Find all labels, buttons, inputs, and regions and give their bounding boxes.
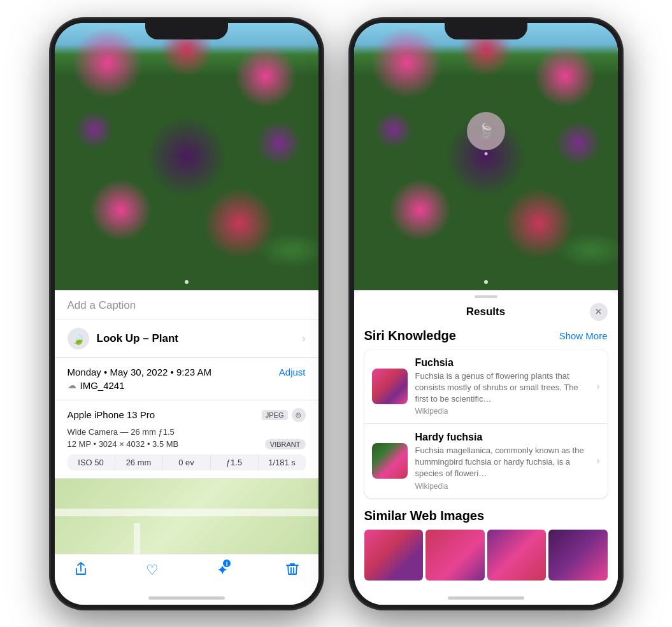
right-home-bar (448, 596, 524, 600)
fuchsia-source: Wikipedia (415, 407, 589, 416)
right-screen: 🍃 Results ✕ Siri Knowledge Show More (354, 23, 618, 605)
meta-date: Monday • May 30, 2022 • 9:23 AM (68, 367, 211, 377)
exif-aperture: ƒ1.5 (211, 454, 259, 470)
similar-title: Similar Web Images (364, 509, 608, 523)
left-phone: Add a Caption 🍃 Look Up – Plant › Monday… (50, 18, 324, 610)
flower-photo[interactable] (55, 23, 318, 290)
share-button[interactable] (74, 562, 88, 579)
results-panel: Results ✕ Siri Knowledge Show More Fuchs… (354, 290, 618, 605)
hardy-fuchsia-description: Fuchsia magellanica, commonly known as t… (415, 445, 589, 480)
hardy-fuchsia-thumbnail (372, 443, 408, 479)
right-page-dot (484, 280, 488, 284)
similar-image-3[interactable] (487, 530, 547, 581)
camera-info: Wide Camera — 26 mm ƒ1.5 (68, 427, 306, 437)
lookup-icon-circle: 🍃 (68, 328, 89, 349)
info-panel: Add a Caption 🍃 Look Up – Plant › Monday… (55, 290, 318, 554)
meta-filename: IMG_4241 (80, 380, 125, 391)
lookup-chevron-icon: › (302, 333, 305, 344)
adjust-button[interactable]: Adjust (279, 367, 306, 377)
right-flower-photo[interactable]: 🍃 (354, 23, 618, 290)
knowledge-item-hardy-fuchsia[interactable]: Hardy fuchsia Fuchsia magellanica, commo… (364, 424, 608, 498)
camera-settings-icon[interactable]: ◎ (292, 408, 306, 422)
right-home-indicator (354, 592, 618, 605)
close-button[interactable]: ✕ (590, 303, 608, 321)
exif-shutter: 1/181 s (259, 454, 306, 470)
bottom-toolbar: ♡ ✦ i (55, 554, 318, 592)
hardy-fuchsia-name: Hardy fuchsia (415, 432, 589, 443)
exif-row: ISO 50 26 mm 0 ev ƒ1.5 1/181 s (68, 454, 306, 470)
hardy-fuchsia-source: Wikipedia (415, 482, 589, 491)
delete-button[interactable] (286, 562, 299, 579)
caption-placeholder[interactable]: Add a Caption (68, 299, 136, 311)
results-content: Siri Knowledge Show More Fuchsia Fuchsia… (354, 328, 618, 592)
vibrant-badge: VIBRANT (265, 439, 306, 449)
show-more-button[interactable]: Show More (559, 330, 608, 341)
lookup-text: Look Up – Plant (97, 332, 178, 345)
map-section[interactable] (55, 479, 318, 554)
file-info: 12 MP • 3024 × 4032 • 3.5 MB (68, 439, 179, 449)
notch (145, 18, 228, 39)
left-screen: Add a Caption 🍃 Look Up – Plant › Monday… (55, 23, 318, 605)
fuchsia-description: Fuchsia is a genus of flowering plants t… (415, 370, 589, 405)
device-name: Apple iPhone 13 Pro (68, 409, 155, 420)
right-phone: 🍃 Results ✕ Siri Knowledge Show More (349, 18, 623, 610)
leaf-icon: 🍃 (71, 332, 85, 346)
similar-image-2[interactable] (425, 530, 485, 581)
results-header: Results ✕ (354, 300, 618, 328)
right-notch (445, 18, 527, 39)
knowledge-item-fuchsia[interactable]: Fuchsia Fuchsia is a genus of flowering … (364, 349, 608, 425)
hardy-fuchsia-chevron-icon: › (596, 455, 599, 467)
knowledge-card: Fuchsia Fuchsia is a genus of flowering … (364, 349, 608, 498)
siri-knowledge-title: Siri Knowledge (364, 328, 456, 343)
cloud-icon: ☁ (68, 380, 76, 390)
similar-images-grid (364, 530, 608, 581)
meta-section: Monday • May 30, 2022 • 9:23 AM Adjust ☁… (55, 358, 318, 400)
home-indicator (55, 592, 318, 605)
info-button-wrapper[interactable]: ✦ i (217, 562, 228, 579)
lookup-normal: Plant (152, 332, 178, 344)
exif-ev: 0 ev (163, 454, 211, 470)
handle-bar (475, 295, 497, 298)
caption-area[interactable]: Add a Caption (55, 290, 318, 320)
exif-iso: ISO 50 (68, 454, 115, 470)
hardy-fuchsia-text: Hardy fuchsia Fuchsia magellanica, commo… (415, 432, 589, 491)
siri-knowledge-header: Siri Knowledge Show More (364, 328, 608, 343)
results-handle (354, 290, 618, 300)
lookup-bold: Look Up – (97, 332, 152, 344)
leaf-vi-icon: 🍃 (477, 123, 494, 139)
page-dot (185, 280, 189, 284)
vi-dot (484, 152, 487, 155)
fuchsia-thumbnail (372, 369, 408, 404)
similar-section: Similar Web Images (364, 509, 608, 581)
similar-image-4[interactable] (548, 530, 608, 581)
exif-mm: 26 mm (115, 454, 163, 470)
device-section: Apple iPhone 13 Pro JPEG ◎ Wide Camera —… (55, 400, 318, 479)
results-title: Results (382, 306, 590, 318)
fuchsia-name: Fuchsia (415, 357, 589, 369)
lookup-row[interactable]: 🍃 Look Up – Plant › (55, 320, 318, 358)
fuchsia-chevron-icon: › (596, 381, 599, 392)
visual-intelligence-circle[interactable]: 🍃 (467, 112, 505, 150)
home-bar (148, 596, 225, 600)
similar-image-1[interactable] (364, 530, 424, 581)
info-badge: i (222, 558, 232, 568)
favorite-button[interactable]: ♡ (146, 562, 159, 579)
fuchsia-text: Fuchsia Fuchsia is a genus of flowering … (415, 357, 589, 416)
jpeg-badge: JPEG (262, 410, 288, 420)
